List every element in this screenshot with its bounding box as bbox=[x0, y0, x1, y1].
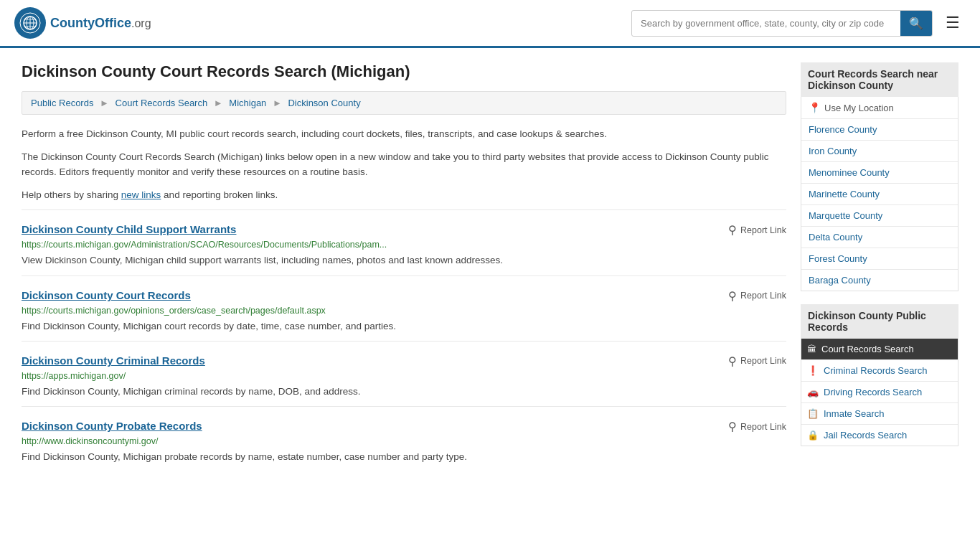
nearby-county-item[interactable]: Florence County bbox=[801, 119, 958, 141]
result-url[interactable]: http://www.dickinsoncountymi.gov/ bbox=[22, 436, 786, 446]
nearby-county-link[interactable]: Forest County bbox=[809, 253, 867, 264]
nearby-county-link[interactable]: Menominee County bbox=[809, 167, 890, 178]
description-3: Help others by sharing new links and rep… bbox=[22, 187, 786, 203]
breadcrumb: Public Records ► Court Records Search ► … bbox=[22, 91, 786, 115]
search-input[interactable] bbox=[632, 12, 900, 34]
logo-text: CountyOffice.org bbox=[50, 16, 151, 31]
breadcrumb-dickinson-county[interactable]: Dickinson County bbox=[288, 98, 360, 108]
pub-records-section: Dickinson County Public Records 🏛 Court … bbox=[801, 304, 958, 446]
report-label: Report Link bbox=[740, 225, 786, 235]
result-item: Dickinson County Court Records ⚲ Report … bbox=[22, 276, 786, 341]
nearby-county-item[interactable]: Marinette County bbox=[801, 184, 958, 205]
result-title[interactable]: Dickinson County Court Records bbox=[22, 289, 191, 301]
pub-records-list: 🏛 Court Records Search ❗ Criminal Record… bbox=[801, 339, 958, 446]
pub-record-link[interactable]: Jail Records Search bbox=[824, 430, 907, 441]
pub-record-link[interactable]: Criminal Records Search bbox=[824, 365, 928, 376]
header: CountyOffice.org 🔍 ☰ bbox=[0, 0, 980, 48]
report-link[interactable]: ⚲ Report Link bbox=[728, 354, 786, 368]
result-item: Dickinson County Criminal Records ⚲ Repo… bbox=[22, 341, 786, 406]
report-icon: ⚲ bbox=[728, 289, 737, 303]
pub-record-item[interactable]: 🔒 Jail Records Search bbox=[801, 425, 958, 446]
pub-records-title: Dickinson County Public Records bbox=[801, 304, 958, 339]
content-area: Dickinson County Court Records Search (M… bbox=[22, 62, 786, 471]
use-location[interactable]: 📍 Use My Location bbox=[801, 97, 958, 119]
report-label: Report Link bbox=[740, 422, 786, 432]
result-title[interactable]: Dickinson County Probate Records bbox=[22, 420, 202, 432]
nearby-list: 📍 Use My Location Florence CountyIron Co… bbox=[801, 97, 958, 291]
pub-record-item[interactable]: 🏛 Court Records Search bbox=[801, 339, 958, 360]
nearby-county-item[interactable]: Delta County bbox=[801, 227, 958, 248]
header-right: 🔍 ☰ bbox=[631, 10, 966, 37]
report-link[interactable]: ⚲ Report Link bbox=[728, 223, 786, 237]
report-link[interactable]: ⚲ Report Link bbox=[728, 420, 786, 433]
pub-record-link[interactable]: Court Records Search bbox=[821, 344, 914, 354]
nearby-section: Court Records Search near Dickinson Coun… bbox=[801, 62, 958, 291]
result-desc: Find Dickinson County, Michigan probate … bbox=[22, 450, 786, 464]
result-title[interactable]: Dickinson County Criminal Records bbox=[22, 354, 205, 367]
pub-record-link[interactable]: Driving Records Search bbox=[824, 387, 922, 397]
nearby-county-link[interactable]: Marquette County bbox=[809, 210, 882, 221]
result-item: Dickinson County Probate Records ⚲ Repor… bbox=[22, 406, 786, 471]
result-title[interactable]: Dickinson County Child Support Warrants bbox=[22, 223, 236, 235]
pub-record-icon: 📋 bbox=[807, 408, 819, 419]
results-container: Dickinson County Child Support Warrants … bbox=[22, 209, 786, 471]
nearby-county-link[interactable]: Florence County bbox=[809, 124, 877, 135]
main-container: Dickinson County Court Records Search (M… bbox=[0, 48, 980, 486]
search-bar: 🔍 bbox=[631, 10, 933, 37]
result-item: Dickinson County Child Support Warrants … bbox=[22, 209, 786, 275]
pub-record-item[interactable]: ❗ Criminal Records Search bbox=[801, 360, 958, 382]
nearby-title: Court Records Search near Dickinson Coun… bbox=[801, 62, 958, 97]
search-button[interactable]: 🔍 bbox=[900, 11, 932, 36]
result-desc: Find Dickinson County, Michigan court re… bbox=[22, 319, 786, 334]
nearby-county-item[interactable]: Baraga County bbox=[801, 270, 958, 291]
breadcrumb-michigan[interactable]: Michigan bbox=[229, 98, 266, 108]
report-link[interactable]: ⚲ Report Link bbox=[728, 289, 786, 303]
report-label: Report Link bbox=[740, 291, 786, 301]
pub-record-icon: ❗ bbox=[807, 365, 819, 376]
breadcrumb-court-records-search[interactable]: Court Records Search bbox=[116, 98, 208, 108]
menu-button[interactable]: ☰ bbox=[940, 11, 966, 35]
description-2: The Dickinson County Court Records Searc… bbox=[22, 149, 786, 180]
description-1: Perform a free Dickinson County, MI publ… bbox=[22, 126, 786, 142]
pub-record-icon: 🏛 bbox=[807, 344, 816, 354]
nearby-county-item[interactable]: Menominee County bbox=[801, 162, 958, 184]
report-icon: ⚲ bbox=[728, 223, 737, 237]
pin-icon: 📍 bbox=[809, 102, 821, 113]
result-desc: Find Dickinson County, Michigan criminal… bbox=[22, 385, 786, 399]
sidebar: Court Records Search near Dickinson Coun… bbox=[801, 62, 958, 471]
nearby-county-item[interactable]: Forest County bbox=[801, 248, 958, 270]
result-url[interactable]: https://apps.michigan.gov/ bbox=[22, 371, 786, 381]
result-url[interactable]: https://courts.michigan.gov/Administrati… bbox=[22, 240, 786, 250]
pub-record-item[interactable]: 📋 Inmate Search bbox=[801, 403, 958, 425]
nearby-county-item[interactable]: Marquette County bbox=[801, 205, 958, 227]
nearby-county-item[interactable]: Iron County bbox=[801, 141, 958, 162]
report-icon: ⚲ bbox=[728, 420, 737, 433]
new-links-link[interactable]: new links bbox=[121, 189, 161, 200]
report-label: Report Link bbox=[740, 356, 786, 366]
result-desc: View Dickinson County, Michigan child su… bbox=[22, 253, 786, 268]
logo-area: CountyOffice.org bbox=[14, 7, 151, 39]
breadcrumb-public-records[interactable]: Public Records bbox=[31, 98, 93, 108]
nearby-county-link[interactable]: Iron County bbox=[809, 146, 857, 156]
nearby-county-link[interactable]: Delta County bbox=[809, 232, 862, 242]
pub-record-link[interactable]: Inmate Search bbox=[824, 408, 885, 419]
result-url[interactable]: https://courts.michigan.gov/opinions_ord… bbox=[22, 306, 786, 316]
pub-record-icon: 🚗 bbox=[807, 387, 819, 397]
page-title: Dickinson County Court Records Search (M… bbox=[22, 62, 786, 81]
nearby-county-link[interactable]: Marinette County bbox=[809, 189, 880, 199]
nearby-county-link[interactable]: Baraga County bbox=[809, 275, 871, 286]
report-icon: ⚲ bbox=[728, 354, 737, 368]
logo-icon bbox=[14, 7, 46, 39]
pub-record-item[interactable]: 🚗 Driving Records Search bbox=[801, 382, 958, 403]
pub-record-icon: 🔒 bbox=[807, 430, 819, 441]
